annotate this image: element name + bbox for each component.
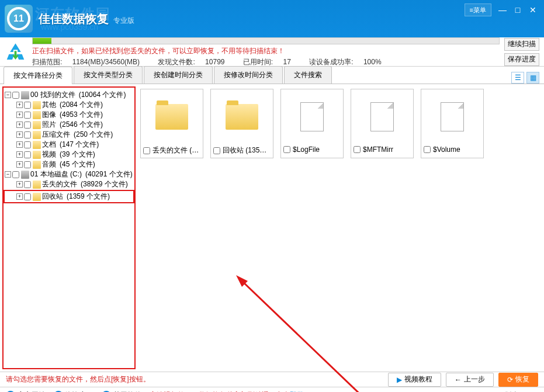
rate-value: 100% xyxy=(363,58,382,66)
folder-icon xyxy=(155,104,188,130)
tree-checkbox[interactable] xyxy=(12,171,19,178)
view-list-button[interactable]: ☰ xyxy=(511,72,524,84)
thumb-preview xyxy=(354,92,411,142)
continue-scan-button[interactable]: 继续扫描 xyxy=(504,38,539,51)
close-button[interactable]: ✕ xyxy=(525,4,540,16)
expand-icon[interactable]: − xyxy=(5,171,11,178)
tree-node-recycle[interactable]: +回收站(1359 个文件) xyxy=(5,192,133,202)
side-buttons: 继续扫描 保存进度 xyxy=(504,38,539,66)
expand-icon[interactable]: + xyxy=(16,122,23,128)
video-icon: ▶ xyxy=(397,376,402,384)
view-grid-button[interactable]: ▦ xyxy=(526,72,539,84)
tab-search[interactable]: 文件搜索 xyxy=(284,66,332,84)
app-edition: 专业版 xyxy=(113,16,134,25)
tree-node-other[interactable]: +其他(2084 个文件) xyxy=(5,100,133,110)
recover-button[interactable]: ⟳恢复 xyxy=(498,373,538,387)
thumb-label: 丢失的文件 (38... xyxy=(153,145,200,155)
scope-label: 扫描范围: xyxy=(32,58,62,66)
tree-node-document[interactable]: +文档(147 个文件) xyxy=(5,140,133,150)
tree-label: 压缩文件 xyxy=(42,130,70,140)
tree-count: (38929 个文件) xyxy=(81,179,128,189)
prev-step-button[interactable]: ←上一步 xyxy=(446,373,494,387)
tree-label: 图像 xyxy=(42,110,56,120)
main-area: − 00 找到的文件 (10064 个文件) +其他(2084 个文件) +图像… xyxy=(0,84,544,372)
tree-checkbox[interactable] xyxy=(24,122,31,129)
tree-count: (40291 个文件) xyxy=(85,169,133,179)
tree-node-photo[interactable]: +照片(2546 个文件) xyxy=(5,120,133,130)
thumb-checkbox[interactable] xyxy=(213,147,220,154)
tree-checkbox[interactable] xyxy=(24,131,31,138)
folder-icon xyxy=(33,111,41,119)
tree-node-audio[interactable]: +音频(45 个文件) xyxy=(5,159,133,169)
thumb-preview xyxy=(143,92,200,142)
tree-checkbox[interactable] xyxy=(12,92,19,99)
thumbnail-grid: 丢失的文件 (38... 回收站 (1359 个... $LogFile $MF… xyxy=(140,89,539,158)
thumb-lost-files[interactable]: 丢失的文件 (38... xyxy=(140,89,203,158)
tree-checkbox[interactable] xyxy=(24,193,31,200)
thumb-checkbox[interactable] xyxy=(354,146,361,153)
view-toggles: ☰ ▦ xyxy=(511,72,544,84)
expand-icon[interactable]: − xyxy=(5,92,11,98)
thumb-label: $Volume xyxy=(433,145,481,154)
tree-node-archive[interactable]: +压缩文件(250 个文件) xyxy=(5,130,133,140)
expand-icon[interactable]: + xyxy=(16,141,23,148)
time-label: 已用时间: xyxy=(243,58,273,66)
tree-count: (250 个文件) xyxy=(74,130,113,140)
tree-node-image[interactable]: +图像(4953 个文件) xyxy=(5,110,133,120)
app-logo-icon xyxy=(5,5,33,33)
save-progress-button[interactable]: 保存进度 xyxy=(504,53,539,66)
tree-count: (2084 个文件) xyxy=(60,100,103,110)
expand-icon[interactable]: + xyxy=(16,131,23,138)
tab-created[interactable]: 按创建时间分类 xyxy=(144,66,213,84)
expand-icon[interactable]: + xyxy=(16,193,23,200)
time-value: 17 xyxy=(283,58,291,66)
tree-count: (10064 个文件) xyxy=(79,90,126,100)
expand-icon[interactable]: + xyxy=(16,102,23,108)
tree-checkbox[interactable] xyxy=(24,151,31,158)
status-stats: 扫描范围: 1184(MB)/34560(MB) 发现文件数: 10799 已用… xyxy=(32,57,500,67)
thumb-preview xyxy=(213,92,271,142)
expand-icon[interactable]: + xyxy=(16,181,23,188)
thumb-checkbox[interactable] xyxy=(283,146,290,153)
thumb-volume[interactable]: $Volume xyxy=(421,89,484,158)
tree-label: 其他 xyxy=(42,100,56,110)
status-bar: 正在扫描文件，如果已经找到您丢失的文件，可以立即恢复，不用等待扫描结束！ 扫描范… xyxy=(0,37,544,67)
thumb-preview xyxy=(283,92,341,142)
video-tutorial-button[interactable]: ▶视频教程 xyxy=(388,373,441,387)
tree-node-video[interactable]: +视频(39 个文件) xyxy=(5,150,133,159)
scope-value: 1184(MB)/34560(MB) xyxy=(72,58,140,66)
scanning-text: 正在扫描文件，如果已经找到您丢失的文件，可以立即恢复，不用等待扫描结束！ xyxy=(32,46,500,56)
tree-checkbox[interactable] xyxy=(24,141,31,148)
app-name: 佳佳数据恢复 xyxy=(39,12,109,25)
tree-node-root1[interactable]: − 00 找到的文件 (10064 个文件) xyxy=(5,90,133,100)
expand-icon[interactable]: + xyxy=(16,151,23,158)
expand-icon[interactable]: + xyxy=(16,161,23,168)
highlight-recycle-bin: +回收站(1359 个文件) xyxy=(4,190,134,203)
tree-checkbox[interactable] xyxy=(24,112,31,119)
thumb-mftmirr[interactable]: $MFTMirr xyxy=(351,89,414,158)
tree-checkbox[interactable] xyxy=(24,102,31,109)
thumb-recycle-bin[interactable]: 回收站 (1359 个... xyxy=(210,89,273,158)
tree-checkbox[interactable] xyxy=(24,161,31,168)
thumb-checkbox[interactable] xyxy=(143,147,150,154)
tab-modified[interactable]: 按修改时间分类 xyxy=(214,66,283,84)
minimize-button[interactable]: — xyxy=(495,4,510,16)
maximize-button[interactable]: □ xyxy=(510,4,525,16)
tree-node-root2[interactable]: −01 本地磁盘 (C:)(40291 个文件) xyxy=(5,169,133,179)
disk-icon xyxy=(21,171,29,179)
menu-button[interactable]: ≡ 菜单 xyxy=(465,4,491,16)
titlebar: 河东软件园 www.pc0359.cn 佳佳数据恢复 专业版 ≡ 菜单 — □ … xyxy=(0,0,544,37)
tab-type[interactable]: 按文件类型分类 xyxy=(74,66,143,84)
tree-node-lost[interactable]: +丢失的文件(38929 个文件) xyxy=(5,179,133,189)
progress-bar xyxy=(32,37,500,44)
thumb-preview xyxy=(424,92,481,142)
folder-icon xyxy=(226,104,258,130)
disk-icon xyxy=(21,91,29,99)
thumb-checkbox[interactable] xyxy=(424,146,431,153)
footer-hint-bar: 请勾选您需要恢复的文件，然后点[恢复]按钮。 ▶视频教程 ←上一步 ⟳恢复 xyxy=(0,372,544,387)
expand-icon[interactable]: + xyxy=(16,112,23,118)
thumb-logfile[interactable]: $LogFile xyxy=(280,89,344,158)
tab-path[interactable]: 按文件路径分类 xyxy=(4,67,72,84)
tree-checkbox[interactable] xyxy=(24,181,31,188)
tree-label: 00 找到的文件 xyxy=(30,90,75,100)
